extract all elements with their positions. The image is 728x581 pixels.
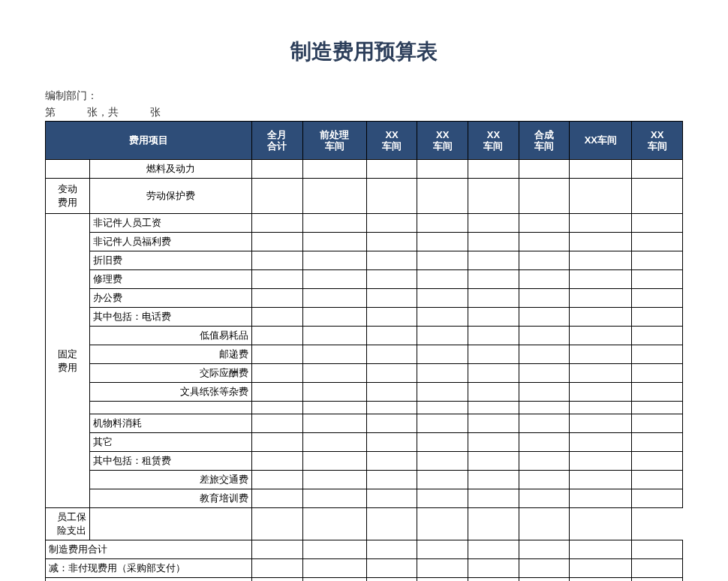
data-cell [519, 233, 570, 251]
table-row: 邮递费 [46, 345, 683, 364]
data-cell [366, 308, 417, 327]
data-cell [302, 414, 366, 433]
data-cell [251, 364, 302, 383]
data-cell [251, 270, 302, 289]
data-cell [632, 160, 683, 179]
item-label: 交际应酬费 [89, 364, 251, 383]
item-label [89, 402, 251, 414]
data-cell [468, 308, 519, 327]
data-cell [89, 508, 251, 540]
data-cell [632, 308, 683, 327]
data-cell [366, 345, 417, 364]
data-cell [302, 179, 366, 214]
table-row: 固定费用非记件人员工资 [46, 214, 683, 233]
data-cell [519, 214, 570, 233]
data-cell [468, 270, 519, 289]
data-cell [570, 270, 632, 289]
data-cell [366, 289, 417, 308]
data-cell [519, 345, 570, 364]
item-label: 修理费 [89, 270, 251, 289]
item-label: 教育培训费 [89, 489, 251, 508]
data-cell [302, 559, 366, 578]
table-row [46, 402, 683, 414]
data-cell [251, 433, 302, 452]
data-cell [570, 578, 632, 581]
col-header-workshop: XX车间 [417, 122, 468, 160]
data-cell [302, 214, 366, 233]
data-cell [302, 578, 366, 581]
data-cell [302, 383, 366, 402]
data-cell [366, 452, 417, 471]
data-cell [468, 364, 519, 383]
data-cell [251, 402, 302, 414]
data-cell [519, 160, 570, 179]
data-cell [468, 160, 519, 179]
item-label: 折旧费 [89, 251, 251, 270]
data-cell [632, 251, 683, 270]
data-cell [417, 559, 468, 578]
table-row: 制造费用合计 [46, 540, 683, 559]
table-row: 办公费 [46, 289, 683, 308]
data-cell [417, 414, 468, 433]
data-cell [366, 270, 417, 289]
data-cell [251, 452, 302, 471]
item-label: 低值易耗品 [89, 327, 251, 345]
data-cell [468, 471, 519, 489]
data-cell [632, 179, 683, 214]
data-cell [251, 578, 302, 581]
data-cell [632, 270, 683, 289]
data-cell [468, 452, 519, 471]
data-cell [468, 508, 519, 540]
data-cell [302, 364, 366, 383]
data-cell [417, 289, 468, 308]
data-cell [366, 383, 417, 402]
item-label: 其它 [89, 433, 251, 452]
row-label-full: 制造费用合计 [46, 540, 252, 559]
data-cell [519, 289, 570, 308]
table-row: 文具纸张等杂费 [46, 383, 683, 402]
data-cell [417, 508, 468, 540]
data-cell [570, 251, 632, 270]
data-cell [366, 414, 417, 433]
data-cell [366, 179, 417, 214]
row-label-full: 减：非付现费用（采购部支付） [46, 559, 252, 578]
data-cell [468, 327, 519, 345]
data-cell [570, 364, 632, 383]
data-cell [302, 308, 366, 327]
col-header-workshop: XX车间 [366, 122, 417, 160]
data-cell [632, 402, 683, 414]
item-label: 燃料及动力 [89, 160, 251, 179]
data-cell [468, 402, 519, 414]
item-label: 文具纸张等杂费 [89, 383, 251, 402]
item-label: 差旅交通费 [89, 471, 251, 489]
table-row: 变动费用劳动保护费 [46, 179, 683, 214]
data-cell [366, 327, 417, 345]
data-cell [468, 489, 519, 508]
table-row: 燃料及动力 [46, 160, 683, 179]
table-header-row: 费用项目 全月合计 前处理车间 XX车间 XX车间 XX车间 合成车间 XX车间… [46, 122, 683, 160]
item-label: 其中包括：电话费 [89, 308, 251, 327]
data-cell [570, 345, 632, 364]
data-cell [468, 233, 519, 251]
data-cell [366, 433, 417, 452]
data-cell [632, 364, 683, 383]
data-cell [251, 233, 302, 251]
data-cell [468, 345, 519, 364]
col-header-item: 费用项目 [46, 122, 252, 160]
data-cell [519, 471, 570, 489]
table-row: 教育培训费 [46, 489, 683, 508]
page-number-label: 第 张，共 张 [45, 105, 683, 120]
table-row: 其它 [46, 433, 683, 452]
col-header-total: 全月合计 [251, 122, 302, 160]
data-cell [632, 578, 683, 581]
data-cell [570, 508, 632, 540]
data-cell [251, 540, 302, 559]
data-cell [302, 540, 366, 559]
data-cell [302, 433, 366, 452]
data-cell [251, 289, 302, 308]
data-cell [519, 414, 570, 433]
data-cell [417, 233, 468, 251]
data-cell [632, 414, 683, 433]
data-cell [632, 214, 683, 233]
data-cell [417, 179, 468, 214]
